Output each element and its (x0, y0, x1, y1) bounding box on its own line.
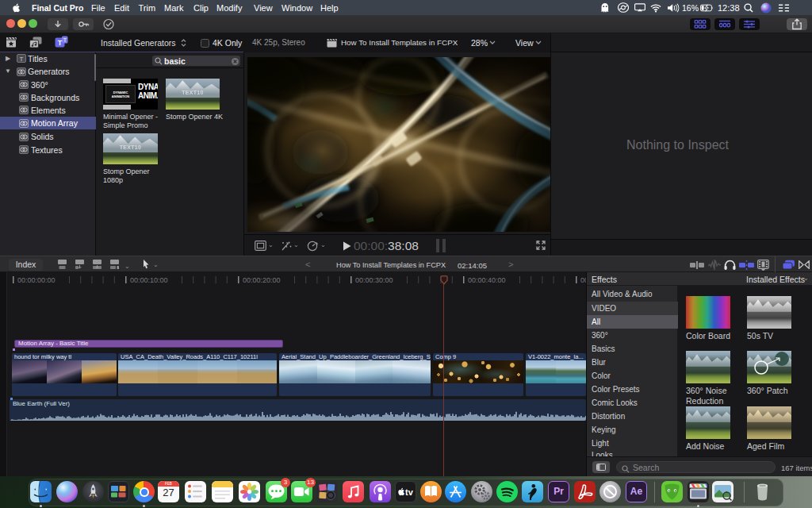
svg-text:00:00:50:00: 00:00:50:00 (580, 276, 586, 284)
svg-text:T: T (63, 37, 67, 43)
svg-text:T: T (58, 39, 63, 47)
svg-text:00:00:10:00: 00:00:10:00 (130, 276, 168, 284)
svg-text:⌄: ⌄ (124, 263, 129, 270)
svg-text:00:00:30:00: 00:00:30:00 (355, 276, 393, 284)
svg-text:00:00:40:00: 00:00:40:00 (468, 276, 506, 284)
svg-text:T: T (20, 56, 24, 63)
svg-text:00:00:00:00: 00:00:00:00 (17, 276, 56, 284)
svg-text:00:00:20:00: 00:00:20:00 (243, 276, 281, 284)
